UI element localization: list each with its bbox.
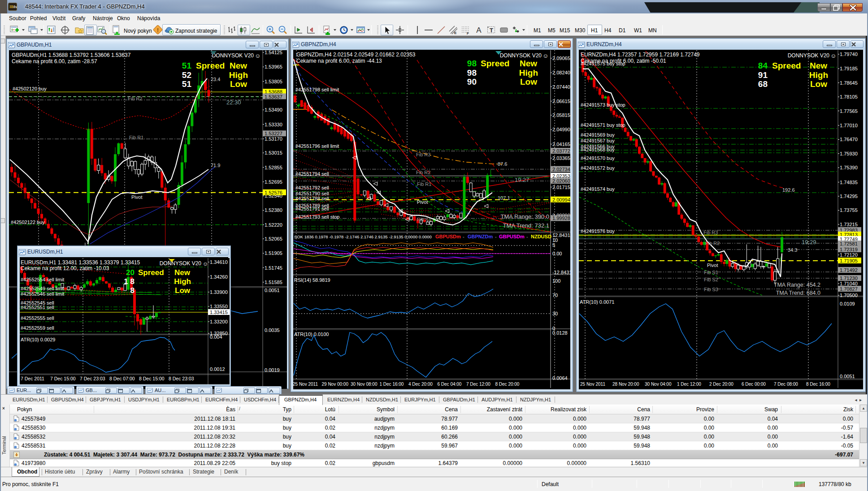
svg-text:Low: Low xyxy=(520,77,537,86)
svg-text:1.73755: 1.73755 xyxy=(840,207,858,213)
svg-text:Pivot: Pivot xyxy=(131,194,142,200)
svg-text:1.53637: 1.53637 xyxy=(265,94,282,99)
svg-text:2.09065: 2.09065 xyxy=(552,56,570,61)
svg-text:High: High xyxy=(174,277,191,286)
svg-text:1.71230: 1.71230 xyxy=(840,276,858,281)
svg-text:Fib S1: Fib S1 xyxy=(704,270,718,275)
svg-text:☺: ☺ xyxy=(830,52,836,59)
svg-text:Fib S3: Fib S3 xyxy=(704,287,718,292)
svg-text:DONNYSOK V20: DONNYSOK V20 xyxy=(160,260,202,267)
svg-text:#42491569 buy: #42491569 buy xyxy=(581,132,615,138)
svg-text:High: High xyxy=(519,68,538,78)
svg-text:2.04165: 2.04165 xyxy=(552,142,570,147)
svg-text:1.33550: 1.33550 xyxy=(210,304,228,309)
svg-text:7 Dec 12:00: 7 Dec 12:00 xyxy=(466,382,490,387)
svg-text:107.1: 107.1 xyxy=(498,195,510,201)
svg-text:100: 100 xyxy=(552,278,560,284)
svg-text:0.0035: 0.0035 xyxy=(265,327,280,333)
svg-text:0.0064: 0.0064 xyxy=(552,375,568,381)
svg-text:1.73215: 1.73215 xyxy=(840,222,858,227)
svg-text:98: 98 xyxy=(467,68,477,78)
svg-text:#42552559 sell: #42552559 sell xyxy=(21,325,54,331)
svg-text:Cekame na profit 6.00, zatim -: Cekame na profit 6.00, zatim -44.13 xyxy=(296,58,382,64)
svg-text:Fib R1: Fib R1 xyxy=(129,135,143,140)
svg-text:New: New xyxy=(230,61,247,70)
svg-text:1.70827: 1.70827 xyxy=(840,286,858,292)
svg-text:Spreed: Spreed xyxy=(481,59,509,68)
svg-text:1.53170: 1.53170 xyxy=(265,136,282,142)
svg-text:Fib R3: Fib R3 xyxy=(703,230,718,235)
svg-text:E: E xyxy=(454,31,457,35)
svg-text:30 Nov 04:00: 30 Nov 04:00 xyxy=(645,382,672,387)
svg-text:TMA Range: 390.0: TMA Range: 390.0 xyxy=(501,213,549,220)
svg-text:High: High xyxy=(809,70,828,80)
svg-text:1.77565: 1.77565 xyxy=(840,108,858,114)
svg-text:1.74835: 1.74835 xyxy=(840,180,858,185)
svg-text:ATR(10) 0.0100: ATR(10) 0.0100 xyxy=(294,332,329,337)
svg-text:1.75930: 1.75930 xyxy=(840,151,858,156)
svg-text:DONNYSOK V20: DONNYSOK V20 xyxy=(212,52,254,59)
svg-text:-: - xyxy=(526,234,528,239)
svg-text:23.4: 23.4 xyxy=(211,77,220,82)
svg-text:1.52065: 1.52065 xyxy=(265,236,282,241)
svg-text:Spreed: Spreed xyxy=(138,268,164,277)
svg-text:7 Dec 2011: 7 Dec 2011 xyxy=(21,376,44,381)
svg-text:NZDUSD: NZDUSD xyxy=(531,234,551,239)
svg-text:High: High xyxy=(229,70,248,80)
svg-text:98: 98 xyxy=(467,59,477,68)
svg-text:New: New xyxy=(810,61,827,70)
svg-text:Cekame na profit 12.00, zatim: Cekame na profit 12.00, zatim -10.03 xyxy=(21,265,109,271)
svg-text:#42551793 sell stop: #42551793 sell stop xyxy=(295,214,339,220)
svg-text:GBPNZDm: GBPNZDm xyxy=(468,234,493,239)
svg-text:1.51745: 1.51745 xyxy=(265,265,282,271)
svg-text:F: F xyxy=(467,31,469,35)
svg-text:GBPNZDm,H4 2.02154 2.02549 2.: GBPNZDm,H4 2.02154 2.02549 2.01662 2.023… xyxy=(296,52,416,58)
svg-text:2.03365: 2.03365 xyxy=(552,155,570,161)
svg-text:Fib R2: Fib R2 xyxy=(128,96,142,101)
svg-text:Fib S1: Fib S1 xyxy=(417,217,431,222)
svg-text:#42491571 buy stop: #42491571 buy stop xyxy=(581,122,625,128)
svg-text:1.71492: 1.71492 xyxy=(840,267,858,273)
svg-text:2.00994: 2.00994 xyxy=(552,197,570,202)
svg-text:☺: ☺ xyxy=(203,261,208,267)
svg-text:Spreed: Spreed xyxy=(196,61,225,70)
svg-text:30 Nov 08:00: 30 Nov 08:00 xyxy=(351,382,378,387)
svg-text:New: New xyxy=(174,268,191,277)
svg-text:29 Nov 00:00: 29 Nov 00:00 xyxy=(322,382,349,387)
svg-text:1.52695: 1.52695 xyxy=(265,179,282,185)
svg-text:34.3: 34.3 xyxy=(788,247,797,253)
svg-text:DONNYSOK V20: DONNYSOK V20 xyxy=(500,52,542,59)
svg-text:2.08240: 2.08240 xyxy=(552,70,570,75)
svg-text:2.02734: 2.02734 xyxy=(552,167,570,172)
svg-text:#42491567 buy: #42491567 buy xyxy=(581,138,615,143)
svg-text:0.0128: 0.0128 xyxy=(552,330,568,336)
svg-text:1.33900: 1.33900 xyxy=(210,289,228,295)
svg-text:90: 90 xyxy=(467,77,477,86)
svg-text:1.52220: 1.52220 xyxy=(265,222,282,228)
svg-text:1.71905: 1.71905 xyxy=(840,258,858,263)
svg-text:-: - xyxy=(463,234,464,239)
svg-text:19:29: 19:29 xyxy=(802,239,816,246)
svg-text:RSI(14) 58.9819: RSI(14) 58.9819 xyxy=(294,277,330,283)
svg-text:#42552549 sell limit: #42552549 sell limit xyxy=(21,286,64,291)
svg-text:6 Dec 00:00: 6 Dec 00:00 xyxy=(742,382,766,387)
svg-text:Fib R1: Fib R1 xyxy=(417,181,431,187)
svg-text:#42552554 sell limit: #42552554 sell limit xyxy=(21,277,64,282)
svg-text:GBPUSDm: GBPUSDm xyxy=(499,234,525,239)
svg-text:1.79185: 1.79185 xyxy=(840,66,858,71)
svg-text:1.53965: 1.53965 xyxy=(265,64,282,69)
svg-text:0.0012: 0.0012 xyxy=(210,366,225,372)
svg-text:1.76470: 1.76470 xyxy=(840,137,858,142)
svg-text:Cekame na profit 6.00, zatim -: Cekame na profit 6.00, zatim -28.57 xyxy=(12,58,97,65)
svg-text:1.52380: 1.52380 xyxy=(265,207,282,213)
svg-text:20: 20 xyxy=(126,268,135,277)
svg-text:87.6: 87.6 xyxy=(498,161,507,167)
svg-text:28 Nov 20:00: 28 Nov 20:00 xyxy=(612,382,639,387)
svg-text:-: - xyxy=(495,234,497,239)
svg-text:2.03772: 2.03772 xyxy=(552,148,570,154)
svg-text:TMA Trend: 732.1: TMA Trend: 732.1 xyxy=(503,222,549,229)
svg-text:!: ! xyxy=(157,27,159,34)
svg-text:1.53490: 1.53490 xyxy=(265,107,282,112)
svg-text:5: 5 xyxy=(552,242,555,248)
svg-text:1.51585: 1.51585 xyxy=(265,280,282,285)
